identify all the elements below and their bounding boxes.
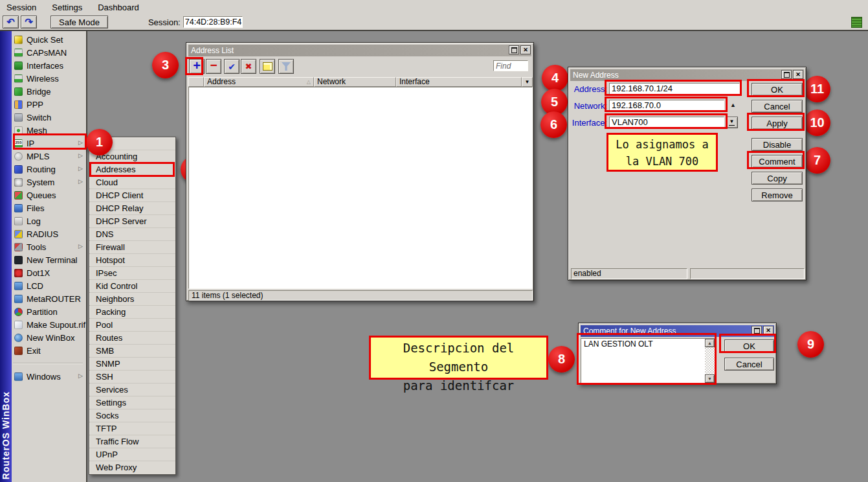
sidebar-item-make-supout[interactable]: Make Supout.rif <box>12 318 86 331</box>
ip-submenu-item-ssh[interactable]: SSH <box>89 371 175 384</box>
ip-submenu-item-firewall[interactable]: Firewall <box>89 241 175 254</box>
ip-submenu-item-packing[interactable]: Packing <box>89 306 175 319</box>
disable-button[interactable]: Disable <box>751 138 803 151</box>
sidebar-item-ip[interactable]: IP <box>12 137 86 150</box>
find-input[interactable] <box>493 60 528 71</box>
close-icon[interactable] <box>793 70 803 79</box>
sidebar-item-lcd[interactable]: LCD <box>12 279 86 292</box>
ip-submenu-item-tftp[interactable]: TFTP <box>89 422 175 435</box>
collapse-network-arrow-icon[interactable] <box>730 102 736 108</box>
new-address-titlebar[interactable]: New Address <box>570 69 804 81</box>
ip-submenu-item-neighbors[interactable]: Neighbors <box>89 293 175 306</box>
sidebar-item-new-winbox[interactable]: New WinBox <box>12 331 86 344</box>
ip-submenu-item-routes[interactable]: Routes <box>89 332 175 345</box>
network-input[interactable]: 192.168.70.0 <box>609 100 724 111</box>
note-vlan-assignment: Lo asignamos a la VLAN 700 <box>606 133 718 172</box>
scrollbar[interactable] <box>705 339 715 383</box>
menu-settings[interactable]: Settings <box>52 3 82 12</box>
ip-submenu-item-ipsec[interactable]: IPsec <box>89 267 175 280</box>
remove-address-button[interactable] <box>206 59 221 74</box>
comment-textarea[interactable]: LAN GESTION OLT <box>581 338 715 384</box>
comment-icon-button[interactable] <box>260 59 275 74</box>
ip-submenu-item-upnp[interactable]: UPnP <box>89 448 175 461</box>
undo-button[interactable] <box>3 16 19 29</box>
sidebar-item-quick-set[interactable]: Quick Set <box>12 33 86 46</box>
ip-submenu-item-settings[interactable]: Settings <box>89 396 175 409</box>
menu-session[interactable]: Session <box>6 3 36 12</box>
scroll-down-icon[interactable] <box>705 374 715 383</box>
filter-icon-button[interactable] <box>278 59 294 74</box>
sidebar-item-routing[interactable]: Routing <box>12 163 86 176</box>
apply-button[interactable]: Apply <box>751 117 803 130</box>
sidebar-item-new-terminal[interactable]: New Terminal <box>12 253 86 266</box>
sidebar-item-capsman[interactable]: CAPsMAN <box>12 46 86 59</box>
ip-submenu-item-traffic-flow[interactable]: Traffic Flow <box>89 435 175 448</box>
sidebar-item-mesh[interactable]: Mesh <box>12 124 86 137</box>
maximize-icon[interactable] <box>509 45 519 54</box>
address-list-table[interactable] <box>188 87 533 289</box>
scroll-up-icon[interactable] <box>705 339 715 347</box>
enable-button[interactable] <box>224 59 239 74</box>
ip-submenu-item-hotspot[interactable]: Hotspot <box>89 254 175 267</box>
session-value-field[interactable]: 74:4D:28:B9:F4:22 <box>183 16 243 28</box>
comment-ok-button[interactable]: OK <box>724 339 774 352</box>
ip-submenu-item-addresses[interactable]: Addresses <box>89 163 175 176</box>
sidebar-item-wireless[interactable]: Wireless <box>12 72 86 85</box>
ip-submenu-item-dns[interactable]: DNS <box>89 228 175 241</box>
sidebar-item-dot1x[interactable]: Dot1X <box>12 266 86 279</box>
ip-submenu-item-dhcp-relay[interactable]: DHCP Relay <box>89 202 175 215</box>
sidebar-item-partition[interactable]: Partition <box>12 305 86 318</box>
comment-cancel-button[interactable]: Cancel <box>724 358 774 371</box>
sidebar-item-ppp[interactable]: PPP <box>12 98 86 111</box>
ip-submenu-item-smb[interactable]: SMB <box>89 345 175 358</box>
sidebar-item-interfaces[interactable]: Interfaces <box>12 59 86 72</box>
interface-input[interactable]: VLAN700 <box>609 117 724 128</box>
comment-titlebar[interactable]: Comment for New Address <box>581 325 774 337</box>
sidebar-item-switch[interactable]: Switch <box>12 111 86 124</box>
ip-submenu-item-cloud[interactable]: Cloud <box>89 176 175 189</box>
column-header-network[interactable]: Network <box>314 77 396 87</box>
sidebar-item-system[interactable]: System <box>12 176 86 189</box>
folder-icon <box>14 204 23 212</box>
close-icon[interactable] <box>763 326 773 335</box>
sidebar-item-tools[interactable]: Tools <box>12 240 86 253</box>
sidebar-item-mpls[interactable]: MPLS <box>12 150 86 163</box>
sidebar-item-exit[interactable]: Exit <box>12 344 86 357</box>
ip-submenu-item-services[interactable]: Services <box>89 384 175 396</box>
maximize-icon[interactable] <box>751 326 762 335</box>
add-address-button[interactable] <box>189 59 205 74</box>
sidebar-item-log[interactable]: Log <box>12 214 86 227</box>
safe-mode-button[interactable]: Safe Mode <box>50 16 108 29</box>
sidebar-item-queues[interactable]: Queues <box>12 189 86 201</box>
redo-button[interactable] <box>21 16 37 29</box>
ip-submenu-item-dhcp-client[interactable]: DHCP Client <box>89 189 175 202</box>
column-header-address[interactable]: Address <box>204 77 314 87</box>
comment-title: Comment for New Address <box>583 327 676 336</box>
ip-submenu-item-pool[interactable]: Pool <box>89 319 175 332</box>
ip-submenu-item-snmp[interactable]: SNMP <box>89 358 175 371</box>
column-header-interface[interactable]: Interface <box>396 77 522 87</box>
remove-button[interactable]: Remove <box>751 189 803 201</box>
ip-submenu-item-dhcp-server[interactable]: DHCP Server <box>89 215 175 228</box>
menu-dashboard[interactable]: Dashboard <box>98 3 139 12</box>
disable-button[interactable] <box>241 59 256 74</box>
interface-dropdown-button[interactable] <box>726 117 738 128</box>
sidebar-item-metarouter[interactable]: MetaROUTER <box>12 292 86 305</box>
ip-submenu-item-kid-control[interactable]: Kid Control <box>89 280 175 293</box>
ip-submenu-item-socks[interactable]: Socks <box>89 409 175 422</box>
sidebar-item-files[interactable]: Files <box>12 201 86 214</box>
cancel-button[interactable]: Cancel <box>751 100 803 113</box>
sidebar-item-radius[interactable]: RADIUS <box>12 227 86 240</box>
comment-button[interactable]: Comment <box>751 155 803 168</box>
ip-submenu-item-web-proxy[interactable]: Web Proxy <box>89 461 175 474</box>
sidebar-item-windows[interactable]: Windows <box>12 370 86 383</box>
ok-button[interactable]: OK <box>751 83 803 96</box>
sidebar-item-bridge[interactable]: Bridge <box>12 85 86 98</box>
copy-button[interactable]: Copy <box>751 172 803 185</box>
maximize-icon[interactable] <box>781 70 792 79</box>
column-dropdown-button[interactable] <box>522 77 533 87</box>
selector-column-header[interactable] <box>188 77 204 87</box>
address-list-titlebar[interactable]: Address List <box>188 45 531 56</box>
close-icon[interactable] <box>520 45 531 54</box>
address-input[interactable]: 192.168.70.1/24 <box>609 83 740 95</box>
